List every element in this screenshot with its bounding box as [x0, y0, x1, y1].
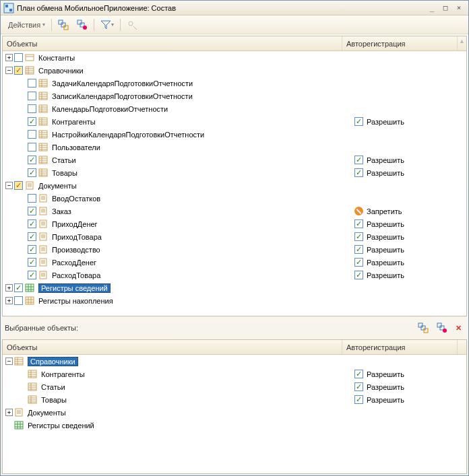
- include-checkbox[interactable]: [14, 283, 23, 292]
- close-button[interactable]: ×: [452, 2, 466, 14]
- tree-row[interactable]: КонтрагентыРазрешить: [3, 368, 466, 380]
- include-checkbox[interactable]: [28, 92, 36, 100]
- autoreg-label: Разрешить: [367, 383, 404, 391]
- row-label: ПриходДенег: [52, 220, 98, 228]
- autoreg-checkbox[interactable]: [354, 258, 363, 267]
- tree-row[interactable]: ПриходДенегРазрешить: [3, 217, 466, 230]
- tree-row[interactable]: +Регистры сведений: [3, 281, 466, 294]
- include-checkbox[interactable]: [28, 194, 36, 203]
- expand-icon[interactable]: +: [5, 54, 13, 61]
- include-checkbox[interactable]: [28, 143, 36, 151]
- expand-all-icon[interactable]: [55, 18, 72, 32]
- tree-row[interactable]: +Константы: [3, 51, 466, 64]
- tree-row[interactable]: РасходТовараРазрешить: [3, 269, 466, 281]
- tree-row[interactable]: ТоварыРазрешить: [3, 166, 466, 179]
- autoreg-checkbox[interactable]: [354, 232, 363, 241]
- tree-row[interactable]: ЗаписиКалендаряПодготовкиОтчетности: [3, 90, 466, 102]
- include-checkbox[interactable]: [28, 130, 36, 139]
- collapse-selected-icon[interactable]: [433, 320, 451, 335]
- row-label: Производство: [52, 246, 100, 254]
- autoreg-checkbox[interactable]: [354, 219, 363, 228]
- include-checkbox[interactable]: [14, 53, 23, 62]
- column-header-objects[interactable]: Объекты: [3, 36, 342, 50]
- remove-selected-icon[interactable]: ✕: [452, 324, 464, 333]
- tree-row[interactable]: +Документы: [3, 406, 466, 419]
- include-checkbox[interactable]: [28, 271, 36, 279]
- tree-row[interactable]: ВводОстатков: [3, 192, 466, 205]
- include-checkbox[interactable]: [28, 207, 36, 215]
- selected-grid-body[interactable]: −СправочникиКонтрагентыРазрешитьСтатьиРа…: [3, 355, 466, 473]
- toolbar-separator: [51, 19, 52, 31]
- include-checkbox[interactable]: [14, 181, 23, 190]
- tree-row[interactable]: ТоварыРазрешить: [3, 393, 466, 406]
- tree-row[interactable]: КалендарьПодготовкиОтчетности: [3, 102, 466, 115]
- tree-row[interactable]: ЗаказЗапретить: [3, 205, 466, 217]
- tree-row[interactable]: СтатьиРазрешить: [3, 154, 466, 166]
- svg-rect-129: [15, 421, 23, 429]
- collapse-all-icon[interactable]: [73, 18, 91, 32]
- include-checkbox[interactable]: [14, 66, 23, 75]
- expand-selected-icon[interactable]: [414, 320, 432, 335]
- autoreg-checkbox[interactable]: [354, 271, 363, 279]
- collapse-icon[interactable]: −: [5, 182, 13, 189]
- include-checkbox[interactable]: [28, 156, 36, 164]
- row-label: Контрагенты: [41, 370, 85, 378]
- tree-row[interactable]: −Справочники: [3, 64, 466, 77]
- include-checkbox[interactable]: [28, 219, 36, 228]
- include-checkbox[interactable]: [28, 168, 36, 177]
- reg-icon: [14, 421, 25, 430]
- collapse-icon[interactable]: −: [5, 67, 13, 74]
- cat-icon: [14, 357, 25, 366]
- include-checkbox[interactable]: [14, 296, 23, 305]
- include-checkbox[interactable]: [28, 79, 36, 88]
- cat-icon: [38, 130, 49, 139]
- include-checkbox[interactable]: [28, 117, 36, 126]
- maximize-button[interactable]: □: [439, 2, 452, 14]
- autoreg-checkbox[interactable]: [354, 245, 363, 254]
- tree-row[interactable]: −Документы: [3, 179, 466, 192]
- autoreg-checkbox[interactable]: [354, 395, 363, 404]
- autoreg-checkbox[interactable]: [354, 117, 363, 126]
- expand-icon[interactable]: +: [5, 284, 13, 292]
- tree-row[interactable]: −Справочники: [3, 355, 466, 368]
- tree-row[interactable]: ПроизводствоРазрешить: [3, 243, 466, 256]
- tree-row[interactable]: ПриходТовараРазрешить: [3, 230, 466, 243]
- tree-row[interactable]: КонтрагентыРазрешить: [3, 115, 466, 128]
- tree-row[interactable]: ЗадачиКалендаряПодготовкиОтчетности: [3, 77, 466, 90]
- include-checkbox[interactable]: [28, 232, 36, 241]
- autoreg-checkbox[interactable]: [354, 168, 363, 177]
- include-checkbox[interactable]: [28, 104, 36, 113]
- reg-icon: [25, 283, 36, 292]
- include-checkbox[interactable]: [28, 258, 36, 267]
- grid-body[interactable]: +Константы−СправочникиЗадачиКалендаряПод…: [3, 51, 466, 316]
- selected-column-header-auto[interactable]: Авторегистрация: [342, 340, 457, 354]
- expand-icon[interactable]: +: [5, 409, 13, 416]
- minimize-button[interactable]: _: [425, 2, 439, 14]
- app-icon: [3, 3, 14, 13]
- selected-column-header-objects[interactable]: Объекты: [3, 340, 342, 354]
- svg-point-8: [83, 26, 87, 30]
- const-icon: [25, 53, 36, 62]
- autoreg-checkbox[interactable]: [354, 382, 363, 391]
- tree-row[interactable]: Регистры сведений: [3, 419, 466, 432]
- expand-icon[interactable]: +: [5, 297, 13, 304]
- refresh-icon[interactable]: [123, 18, 141, 32]
- autoreg-checkbox[interactable]: [354, 370, 363, 378]
- row-label: ЗадачиКалендаряПодготовкиОтчетности: [52, 79, 193, 88]
- tree-row[interactable]: НастройкиКалендаряПодготовкиОтчетности: [3, 128, 466, 141]
- column-header-auto[interactable]: Авторегистрация: [342, 36, 457, 50]
- include-checkbox[interactable]: [28, 245, 36, 254]
- tree-row[interactable]: +Регистры накопления: [3, 294, 466, 307]
- tree-row[interactable]: Пользователи: [3, 141, 466, 154]
- filter-icon[interactable]: ▾: [97, 18, 117, 32]
- tree-row[interactable]: РасходДенегРазрешить: [3, 256, 466, 269]
- cat-icon: [38, 79, 49, 88]
- column-end: ▲: [457, 36, 466, 50]
- tree-row[interactable]: СтатьиРазрешить: [3, 380, 466, 393]
- actions-menu-button[interactable]: Действия ▾: [5, 19, 49, 31]
- toolbar-separator: [94, 19, 94, 31]
- collapse-icon[interactable]: −: [5, 358, 13, 365]
- cat-icon: [25, 66, 36, 75]
- cat-icon: [38, 92, 49, 100]
- autoreg-checkbox[interactable]: [354, 156, 363, 164]
